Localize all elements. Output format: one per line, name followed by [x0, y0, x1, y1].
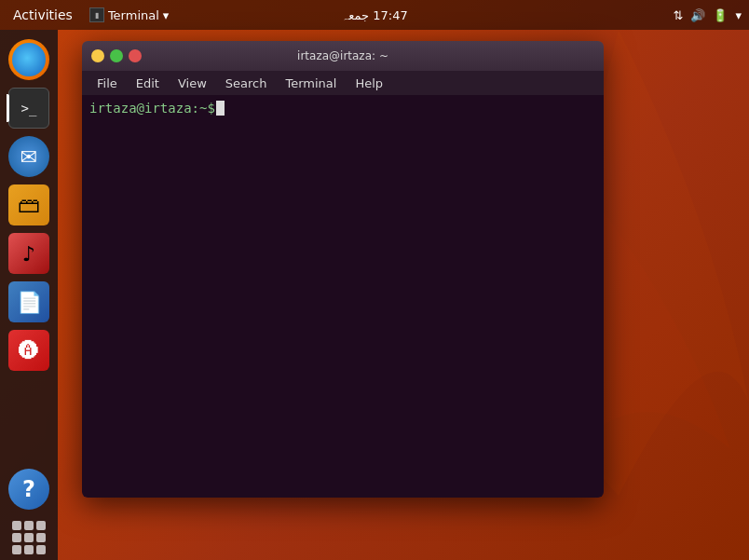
dock-item-rhythmbox[interactable]: ♪ [7, 231, 51, 276]
terminal-dropdown-icon: ▾ [163, 8, 170, 22]
show-applications-icon [8, 517, 49, 558]
dock-item-files[interactable]: 🗃 [7, 183, 51, 227]
menu-search[interactable]: Search [218, 75, 275, 92]
firefox-icon [8, 39, 49, 80]
minimize-button[interactable] [91, 49, 104, 62]
close-button[interactable] [129, 49, 142, 62]
clock: 17:47 جمعہ [341, 8, 407, 22]
window-title: irtaza@irtaza: ~ [297, 49, 388, 62]
terminal-menu-label: Terminal [108, 8, 159, 22]
dock-item-firefox[interactable] [7, 37, 51, 82]
network-icon[interactable]: ⇅ [674, 8, 684, 22]
prompt-line: irtaza@irtaza:~$ [89, 101, 596, 116]
menu-terminal[interactable]: Terminal [278, 75, 344, 92]
writer-icon: 📄 [8, 281, 49, 322]
terminal-dock-icon: >_ [8, 88, 49, 129]
terminal-window: irtaza@irtaza: ~ File Edit View Search T… [82, 41, 604, 498]
menu-file[interactable]: File [89, 75, 125, 92]
prompt-text: irtaza@irtaza:~$ [89, 101, 215, 116]
menu-view[interactable]: View [170, 75, 214, 92]
dock-item-help[interactable]: ? [7, 467, 51, 512]
menu-edit[interactable]: Edit [129, 75, 167, 92]
files-icon: 🗃 [8, 184, 49, 225]
help-icon: ? [8, 469, 49, 510]
maximize-button[interactable] [110, 49, 123, 62]
software-center-icon: 🅐 [8, 330, 49, 371]
activities-button[interactable]: Activities [7, 6, 78, 24]
sound-icon[interactable]: 🔊 [690, 8, 705, 22]
battery-icon[interactable]: 🔋 [713, 8, 728, 22]
thunderbird-icon: ✉ [8, 136, 49, 177]
terminal-titlebar: irtaza@irtaza: ~ [82, 41, 604, 71]
dock-item-apps[interactable] [7, 515, 51, 560]
rhythmbox-icon: ♪ [8, 233, 49, 274]
dock-item-thunderbird[interactable]: ✉ [7, 134, 51, 179]
terminal-menubar: File Edit View Search Terminal Help [82, 71, 604, 95]
dock-item-writer[interactable]: 📄 [7, 280, 51, 324]
top-bar-left: Activities ▮ Terminal ▾ [7, 6, 169, 24]
terminal-menu-button[interactable]: ▮ Terminal ▾ [89, 7, 169, 22]
system-tray: ⇅ 🔊 🔋 ▾ [674, 8, 742, 22]
terminal-small-icon: ▮ [89, 7, 104, 22]
top-bar: Activities ▮ Terminal ▾ 17:47 جمعہ ⇅ 🔊 🔋… [0, 0, 749, 30]
menu-help[interactable]: Help [347, 75, 390, 92]
terminal-body[interactable]: irtaza@irtaza:~$ [82, 95, 604, 498]
dock: >_ ✉ 🗃 ♪ 📄 🅐 ? [0, 30, 58, 560]
cursor [216, 101, 225, 116]
dock-item-software[interactable]: 🅐 [7, 328, 51, 373]
system-settings-icon[interactable]: ▾ [735, 8, 742, 22]
dock-item-terminal[interactable]: >_ [7, 86, 51, 130]
